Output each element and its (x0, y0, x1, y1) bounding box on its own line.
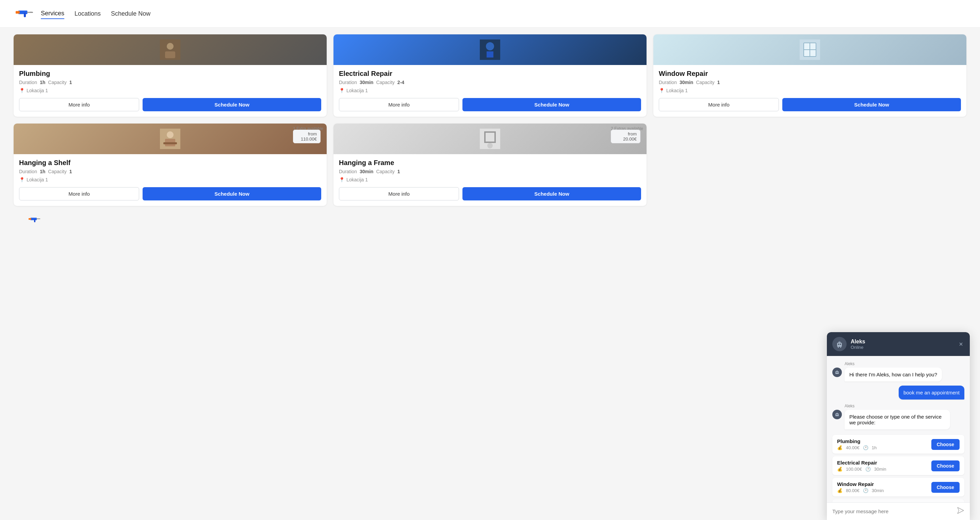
duration-label: Duration (19, 169, 37, 174)
card-location-plumbing: 📍 Lokacija 1 (19, 88, 321, 93)
card-image-frame (334, 124, 646, 154)
logo-icon (14, 3, 34, 24)
card-actions-window: More info Schedule Now (659, 98, 961, 111)
more-info-button-window[interactable]: More info (659, 98, 779, 111)
svg-rect-22 (30, 218, 37, 220)
card-actions-plumbing: More info Schedule Now (19, 98, 321, 111)
card-body-window: Window Repair Duration 30min Capacity 1 … (653, 65, 966, 117)
location-text: Lokacija 1 (347, 88, 368, 93)
capacity-value: 1 (69, 169, 72, 174)
svg-point-6 (167, 43, 173, 50)
card-meta-shelf: Duration 1h Capacity 1 (19, 169, 321, 174)
duration-label: Duration (339, 169, 357, 174)
pin-icon: 📍 (339, 177, 345, 183)
shelf-price-badge: from 110.00€ (293, 130, 321, 143)
schedule-now-button-frame[interactable]: Schedule Now (463, 187, 641, 200)
card-body-frame: Hanging a Frame Duration 30min Capacity … (334, 154, 646, 206)
footer-logo-container (14, 206, 966, 233)
capacity-label: Capacity (48, 169, 66, 174)
card-location-window: 📍 Lokacija 1 (659, 88, 961, 93)
more-info-button-shelf[interactable]: More info (19, 187, 139, 200)
shelf-image-icon (160, 129, 180, 149)
card-location-shelf: 📍 Lokacija 1 (19, 177, 321, 183)
card-title-electrical: Electrical Repair (339, 70, 641, 78)
card-actions-shelf: More info Schedule Now (19, 187, 321, 200)
plumbing-image-icon (160, 40, 180, 60)
capacity-value: 1 (69, 80, 72, 85)
frame-price-badge: from 20.00€ (611, 130, 640, 143)
duration-value: 1h (40, 169, 45, 174)
card-meta-electrical: Duration 30min Capacity 2-4 (339, 80, 641, 85)
card-title-frame: Hanging a Frame (339, 159, 641, 167)
svg-rect-2 (24, 13, 26, 17)
duration-label: Duration (19, 80, 37, 85)
pin-icon: 📍 (19, 88, 25, 93)
card-body-plumbing: Plumbing Duration 1h Capacity 1 📍 Lokaci… (14, 65, 327, 117)
svg-rect-23 (29, 218, 31, 220)
frame-image-icon (480, 129, 500, 149)
card-body-electrical: Electrical Repair Duration 30min Capacit… (334, 65, 646, 117)
capacity-value: 2-4 (398, 80, 404, 85)
svg-rect-10 (487, 51, 493, 57)
site-header: Services Locations Schedule Now (0, 0, 980, 27)
nav-schedule[interactable]: Schedule Now (111, 9, 150, 19)
duration-label: Duration (339, 80, 357, 85)
card-image-window (653, 34, 966, 65)
capacity-value: 1 (717, 80, 720, 85)
pin-icon: 📍 (19, 177, 25, 183)
duration-value: 30min (360, 80, 373, 85)
main-content: Plumbing Duration 1h Capacity 1 📍 Lokaci… (0, 27, 980, 240)
capacity-label: Capacity (48, 80, 66, 85)
nav-locations[interactable]: Locations (75, 9, 101, 19)
footer-logo-icon (27, 213, 41, 226)
schedule-now-button-window[interactable]: Schedule Now (782, 98, 961, 111)
svg-rect-1 (16, 11, 20, 14)
service-card-plumbing: Plumbing Duration 1h Capacity 1 📍 Lokaci… (14, 34, 327, 117)
service-card-shelf: from 110.00€ 1 Extra available Hanging a… (14, 124, 327, 206)
card-title-window: Window Repair (659, 70, 961, 78)
nav-services[interactable]: Services (41, 8, 64, 19)
svg-point-21 (487, 143, 493, 148)
location-text: Lokacija 1 (27, 88, 48, 93)
shelf-badge-container: from 110.00€ 1 Extra available (293, 126, 324, 131)
card-body-shelf: Hanging a Shelf Duration 1h Capacity 1 📍… (14, 154, 327, 206)
card-title-shelf: Hanging a Shelf (19, 159, 321, 167)
capacity-label: Capacity (696, 80, 714, 85)
card-meta-window: Duration 30min Capacity 1 (659, 80, 961, 85)
more-info-button-electrical[interactable]: More info (339, 98, 459, 111)
svg-rect-7 (165, 51, 175, 58)
services-grid: Plumbing Duration 1h Capacity 1 📍 Lokaci… (14, 34, 966, 206)
card-location-frame: 📍 Lokacija 1 (339, 177, 641, 183)
service-card-frame: from 20.00€ 2 Extras available Hanging a… (334, 124, 646, 206)
card-location-electrical: 📍 Lokacija 1 (339, 88, 641, 93)
card-image-plumbing (14, 34, 327, 65)
card-image-shelf (14, 124, 327, 154)
electrical-image-icon (480, 40, 500, 60)
card-actions-electrical: More info Schedule Now (339, 98, 641, 111)
card-title-plumbing: Plumbing (19, 70, 321, 78)
duration-value: 30min (679, 80, 693, 85)
pin-icon: 📍 (659, 88, 665, 93)
capacity-value: 1 (398, 169, 400, 174)
capacity-label: Capacity (376, 169, 395, 174)
location-text: Lokacija 1 (347, 177, 368, 183)
card-actions-frame: More info Schedule Now (339, 187, 641, 200)
duration-value: 1h (40, 80, 45, 85)
card-meta-frame: Duration 30min Capacity 1 (339, 169, 641, 174)
schedule-now-button-electrical[interactable]: Schedule Now (463, 98, 641, 111)
location-text: Lokacija 1 (27, 177, 48, 183)
main-nav: Services Locations Schedule Now (41, 8, 150, 19)
service-card-window: Window Repair Duration 30min Capacity 1 … (653, 34, 966, 117)
card-image-electrical (334, 34, 646, 65)
pin-icon: 📍 (339, 88, 345, 93)
more-info-button-plumbing[interactable]: More info (19, 98, 139, 111)
service-card-electrical: Electrical Repair Duration 30min Capacit… (334, 34, 646, 117)
schedule-now-button-plumbing[interactable]: Schedule Now (143, 98, 321, 111)
duration-value: 30min (360, 169, 373, 174)
duration-label: Duration (659, 80, 677, 85)
schedule-now-button-shelf[interactable]: Schedule Now (143, 187, 321, 200)
frame-badge-container: from 20.00€ 2 Extras available (611, 126, 644, 131)
more-info-button-frame[interactable]: More info (339, 187, 459, 200)
window-image-icon (800, 40, 820, 60)
location-text: Lokacija 1 (666, 88, 688, 93)
